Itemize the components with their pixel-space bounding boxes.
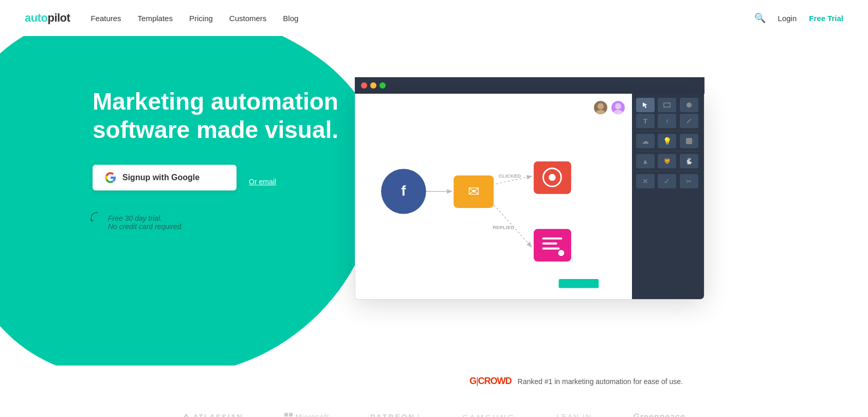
- svg-text:✉: ✉: [468, 184, 480, 200]
- check-tool[interactable]: ✓: [658, 174, 676, 188]
- microsoft-logo: Microsoft: [284, 413, 330, 417]
- nav-templates[interactable]: Templates: [138, 14, 173, 23]
- cloud-tool[interactable]: ☁: [636, 134, 655, 148]
- close-dot: [361, 82, 367, 89]
- app-titlebar: [355, 77, 704, 94]
- svg-rect-20: [542, 248, 559, 250]
- svg-rect-23: [664, 103, 670, 107]
- hero-section: Marketing automation software made visua…: [0, 36, 868, 366]
- g2-text: Ranked #1 in marketing automation for ea…: [518, 377, 683, 386]
- leanin-logo: LEAN IN: [556, 413, 591, 417]
- svg-text:f: f: [401, 183, 406, 199]
- cursor-tool[interactable]: [636, 98, 655, 112]
- signup-google-button[interactable]: Signup with Google: [93, 165, 237, 190]
- flow-diagram: CLICKED REPLIED f ✉: [364, 102, 624, 291]
- hero-right: CLICKED REPLIED f ✉: [339, 36, 868, 300]
- svg-rect-26: [686, 138, 692, 144]
- svg-rect-22: [559, 279, 599, 288]
- avatar-2: [610, 100, 626, 115]
- app-screenshot-container: CLICKED REPLIED f ✉: [355, 77, 704, 300]
- italic-text-tool[interactable]: t: [658, 114, 676, 128]
- nav-customers[interactable]: Customers: [229, 14, 267, 23]
- svg-text:REPLIED: REPLIED: [493, 224, 514, 230]
- x-tool[interactable]: ✕: [636, 174, 655, 188]
- canvas-avatars: [593, 100, 626, 115]
- nav-blog[interactable]: Blog: [283, 14, 298, 23]
- g2-badge: G|CROWD Ranked #1 in marketing automatio…: [0, 366, 868, 397]
- free-trial-link[interactable]: Free Trial: [809, 14, 843, 23]
- expand-dot: [379, 82, 386, 89]
- avatar-1: [593, 100, 608, 115]
- svg-point-2: [615, 103, 621, 109]
- svg-text:CLICKED: CLICKED: [499, 173, 521, 179]
- svg-point-3: [613, 110, 624, 114]
- square2-tool[interactable]: [680, 134, 698, 148]
- atlassian-logo: ATLASSIAN: [183, 413, 243, 417]
- svg-line-25: [687, 119, 691, 123]
- login-link[interactable]: Login: [778, 14, 797, 23]
- text-tool[interactable]: T: [636, 114, 655, 128]
- g2-logo: G|CROWD: [469, 376, 512, 387]
- search-icon[interactable]: 🔍: [754, 12, 766, 24]
- svg-point-24: [686, 102, 692, 108]
- scissors-tool[interactable]: ✂: [680, 174, 698, 188]
- svg-rect-27: [284, 413, 288, 416]
- pen-tool[interactable]: [680, 114, 698, 128]
- circle-tool[interactable]: [680, 98, 698, 112]
- logos-section: ATLASSIAN Microsoft PATREON| SAMSUNG LEA…: [0, 397, 868, 417]
- greenpeace-logo: Greenpeace: [633, 412, 685, 417]
- svg-point-16: [549, 174, 556, 181]
- rect-tool[interactable]: [658, 98, 676, 112]
- hero-left: Marketing automation software made visua…: [0, 36, 339, 231]
- bulb-tool[interactable]: 💡: [658, 134, 676, 148]
- patreon-logo: PATREON|: [370, 413, 421, 417]
- navbar: autopilot Features Templates Pricing Cus…: [0, 0, 868, 36]
- trial-line2: No credit card required.: [108, 222, 183, 231]
- google-icon: [105, 172, 116, 183]
- free-trial-note: Free 30 day trial. No credit card requir…: [93, 214, 339, 231]
- canvas-area: CLICKED REPLIED f ✉: [355, 94, 632, 299]
- svg-point-21: [558, 250, 565, 256]
- svg-point-0: [598, 103, 604, 109]
- person-tool[interactable]: 🦁: [658, 154, 676, 168]
- nav-right: 🔍 Login Free Trial: [754, 12, 843, 24]
- signup-google-label: Signup with Google: [122, 173, 200, 182]
- svg-rect-18: [542, 237, 562, 239]
- samsung-logo: SAMSUNG: [462, 413, 516, 418]
- svg-rect-17: [534, 229, 571, 262]
- nav-pricing[interactable]: Pricing: [189, 14, 213, 23]
- svg-point-1: [595, 110, 606, 114]
- logo[interactable]: autopilot: [25, 11, 70, 25]
- arrow-icon: [87, 210, 103, 225]
- hero-title: Marketing automation software made visua…: [93, 88, 339, 144]
- trial-line1: Free 30 day trial.: [108, 214, 162, 222]
- or-email-link[interactable]: Or email: [249, 178, 276, 186]
- nav-features[interactable]: Features: [91, 14, 121, 23]
- svg-rect-19: [542, 242, 557, 245]
- rabbit-tool[interactable]: 🐇: [680, 154, 698, 168]
- nav-links: Features Templates Pricing Customers Blo…: [91, 14, 298, 23]
- svg-rect-28: [289, 413, 293, 416]
- tools-sidebar: T t ☁ 💡: [632, 94, 704, 299]
- minimize-dot: [370, 82, 376, 89]
- svg-line-8: [489, 199, 531, 246]
- triangle-tool[interactable]: ▲: [636, 154, 655, 168]
